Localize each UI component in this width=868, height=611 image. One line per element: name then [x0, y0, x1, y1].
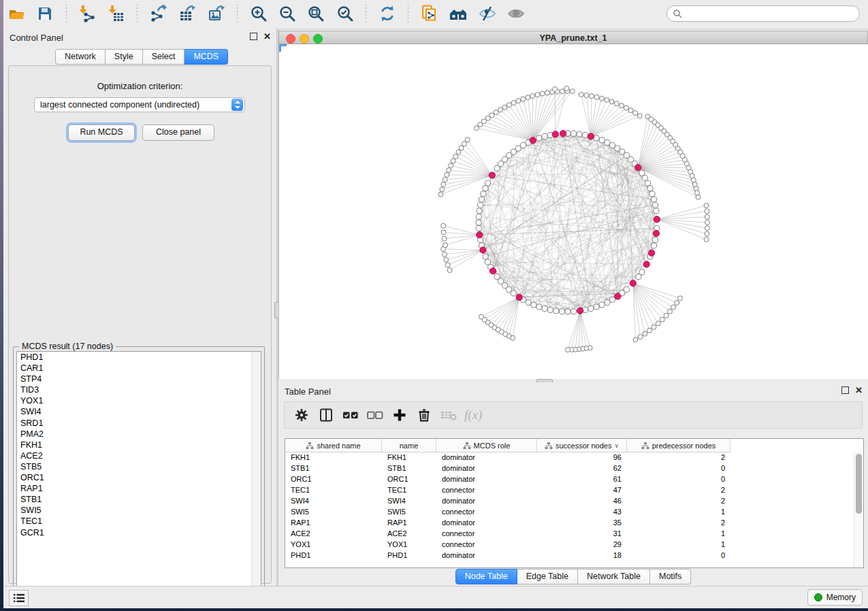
tab-node-table[interactable]: Node Table	[455, 569, 517, 584]
task-history-button[interactable]	[9, 590, 29, 606]
mcds-result-list[interactable]: PHD1CAR1STP4TID3YOX1SWI4SRD1PMA2FKH1ACE2…	[16, 351, 261, 595]
table-row[interactable]: SWI5SWI5connector431	[285, 506, 854, 517]
mcds-result-item[interactable]: RAP1	[17, 483, 261, 494]
zoom-selected-button[interactable]	[332, 2, 358, 25]
export-network-button[interactable]	[146, 2, 172, 25]
mcds-result-item[interactable]: CAR1	[17, 363, 261, 374]
import-table-button[interactable]	[103, 2, 129, 25]
mcds-result-item[interactable]: PHD1	[17, 352, 261, 363]
table-row[interactable]: FKH1FKH1dominator962	[285, 452, 854, 463]
search-input[interactable]	[686, 8, 859, 19]
save-session-button[interactable]	[32, 2, 58, 25]
table-settings-button[interactable]	[291, 405, 312, 425]
table-row[interactable]: TEC1TEC1connector472	[285, 484, 854, 495]
network-canvas[interactable]	[278, 44, 868, 379]
delete-table-button[interactable]	[438, 405, 459, 425]
mcds-result-item[interactable]: SWI5	[17, 505, 261, 516]
delete-column-button[interactable]	[414, 405, 434, 425]
table-cell: 35	[537, 518, 627, 527]
tab-mcds[interactable]: MCDS	[184, 49, 228, 65]
mcds-result-item[interactable]: STB5	[17, 461, 261, 472]
mcds-result-item[interactable]: FKH1	[17, 440, 261, 450]
table-cell: STB1	[285, 464, 382, 472]
table-row[interactable]: RAP1RAP1dominator352	[285, 517, 854, 528]
run-mcds-button[interactable]: Run MCDS	[68, 125, 135, 141]
mcds-result-item[interactable]: STP4	[17, 374, 261, 384]
table-cell: 43	[537, 508, 627, 516]
function-builder-button[interactable]: f(x)	[464, 408, 482, 423]
table-row[interactable]: ACE2ACE2connector311	[285, 528, 854, 539]
create-column-button[interactable]	[389, 405, 410, 425]
mcds-result-item[interactable]: ACE2	[17, 450, 261, 461]
close-panel-icon[interactable]: ✕	[263, 33, 271, 40]
toolbar-separator	[66, 4, 67, 24]
table-cell: 1	[627, 529, 730, 538]
zoom-fit-icon	[307, 5, 325, 22]
mcds-result-item[interactable]: TID3	[17, 384, 261, 395]
export-table-button[interactable]	[174, 2, 200, 25]
float-panel-icon[interactable]	[250, 33, 257, 40]
table-cell: 2	[627, 453, 730, 461]
table-cell: 2	[627, 486, 730, 494]
export-image-button[interactable]	[204, 2, 229, 25]
tab-network[interactable]: Network	[55, 49, 106, 65]
close-panel-icon[interactable]: ✕	[855, 386, 863, 394]
control-panel-title: Control Panel	[10, 33, 63, 43]
tab-network-table[interactable]: Network Table	[578, 569, 650, 584]
memory-button[interactable]: Memory	[807, 589, 863, 606]
table-cell: 47	[537, 486, 627, 494]
mcds-result-item[interactable]: SRD1	[17, 418, 261, 429]
tab-edge-table[interactable]: Edge Table	[517, 569, 578, 584]
mcds-result-item[interactable]: TEC1	[17, 516, 261, 527]
column-header-label: name	[400, 442, 419, 450]
column-header-predecessor-nodes[interactable]: predecessor nodes	[627, 439, 730, 452]
table-cell: FKH1	[382, 453, 436, 461]
plus-icon	[392, 408, 407, 423]
open-session-button[interactable]	[3, 2, 29, 25]
clone-network-button[interactable]	[417, 2, 443, 25]
mcds-result-item[interactable]: STB1	[17, 494, 261, 505]
show-graphics-details-button[interactable]	[503, 2, 529, 25]
table-scrollbar[interactable]	[854, 452, 863, 567]
zoom-out-button[interactable]	[274, 2, 300, 25]
mcds-result-item[interactable]: YOX1	[17, 395, 261, 406]
show-column-panel-button[interactable]	[316, 405, 336, 425]
mcds-result-item[interactable]: SWI4	[17, 406, 261, 417]
table-row[interactable]: ORC1ORC1dominator610	[285, 474, 854, 484]
table-row[interactable]: STB1STB1dominator620	[285, 463, 854, 474]
column-header-name[interactable]: name	[382, 439, 436, 452]
refresh-button[interactable]	[374, 2, 400, 25]
control-panel-tabs: NetworkStyleSelectMCDS	[55, 49, 228, 65]
float-panel-icon[interactable]	[841, 386, 849, 394]
mcds-result-item[interactable]: GCR1	[17, 527, 261, 538]
mcds-list-scrollbar[interactable]	[251, 352, 261, 594]
tab-motifs[interactable]: Motifs	[650, 569, 691, 584]
optimization-criterion-select[interactable]: largest connected component (undirected)	[34, 97, 245, 112]
zoom-fit-button[interactable]	[303, 2, 329, 25]
tab-style[interactable]: Style	[106, 49, 143, 65]
mcds-result-item[interactable]: PMA2	[17, 429, 261, 440]
mcds-result-item[interactable]: ORC1	[17, 472, 261, 483]
hide-graphics-details-button[interactable]	[475, 2, 500, 25]
deselect-all-button[interactable]	[365, 405, 385, 425]
table-scrollbar-thumb[interactable]	[856, 454, 862, 514]
column-header-shared-name[interactable]: shared name	[285, 439, 382, 452]
search-field[interactable]	[666, 5, 860, 22]
select-all-button[interactable]	[340, 405, 361, 425]
column-header-MCDS-role[interactable]: MCDS role	[436, 439, 537, 452]
main-toolbar	[3, 0, 868, 29]
first-neighbors-button[interactable]	[445, 2, 471, 25]
close-panel-button[interactable]: Close panel	[142, 125, 214, 141]
zoom-in-button[interactable]	[246, 2, 272, 25]
table-row[interactable]: SWI4SWI4dominator462	[285, 495, 854, 506]
tab-select[interactable]: Select	[143, 49, 185, 65]
network-graph[interactable]	[279, 44, 868, 379]
table-cell: FKH1	[285, 453, 382, 461]
table-cell: 2	[627, 518, 730, 527]
table-cell: SWI4	[382, 497, 436, 505]
table-row[interactable]: PHD1PHD1dominator180	[285, 550, 854, 561]
column-namespace-icon	[641, 442, 649, 450]
column-header-successor-nodes[interactable]: successor nodes∨	[537, 439, 627, 452]
import-network-button[interactable]	[74, 2, 100, 25]
table-row[interactable]: YOX1YOX1connector291	[285, 539, 854, 550]
